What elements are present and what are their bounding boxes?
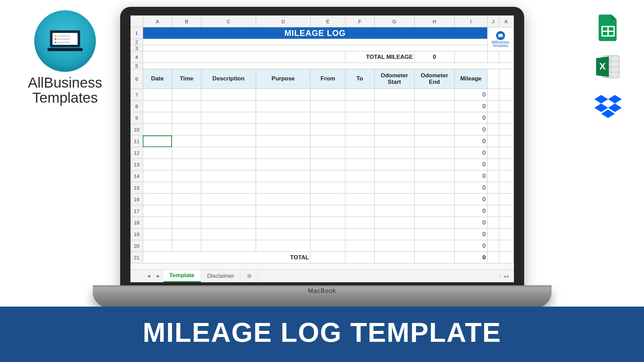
cell[interactable]: [345, 159, 374, 170]
tab-next-icon[interactable]: ▸: [154, 270, 163, 282]
cell[interactable]: [256, 240, 311, 252]
cell[interactable]: [201, 101, 256, 112]
row-header[interactable]: 9: [130, 112, 143, 124]
cell[interactable]: [143, 229, 172, 240]
cell[interactable]: [499, 194, 514, 205]
cell[interactable]: [414, 182, 454, 194]
cell[interactable]: [201, 229, 256, 240]
row-header[interactable]: 20: [130, 240, 143, 252]
cell[interactable]: [499, 124, 514, 135]
cell[interactable]: [414, 229, 454, 240]
cell[interactable]: [345, 229, 374, 240]
mileage-cell[interactable]: 0: [454, 170, 487, 182]
cell[interactable]: [414, 159, 454, 170]
cell[interactable]: [374, 124, 414, 135]
cell[interactable]: [256, 170, 311, 182]
cell[interactable]: [374, 170, 414, 182]
col-header[interactable]: A: [143, 16, 172, 27]
cell[interactable]: [143, 240, 172, 252]
mileage-cell[interactable]: 0: [454, 240, 487, 252]
mileage-cell[interactable]: 0: [454, 217, 487, 229]
cell[interactable]: [487, 205, 499, 217]
cell[interactable]: [414, 112, 454, 124]
cell[interactable]: [311, 101, 345, 112]
cell[interactable]: [143, 147, 172, 159]
cell[interactable]: [256, 112, 311, 124]
hscroll-controls[interactable]: ⋮ ◂ ▸: [493, 270, 514, 282]
cell[interactable]: [487, 135, 499, 147]
th-odo-end[interactable]: Odometer End: [414, 69, 454, 89]
cell[interactable]: [143, 194, 172, 205]
tab-add[interactable]: ⊕: [241, 270, 258, 282]
col-header[interactable]: K: [499, 16, 514, 27]
cell[interactable]: [487, 217, 499, 229]
cell[interactable]: [311, 170, 345, 182]
cell[interactable]: [143, 135, 172, 147]
cell[interactable]: [345, 135, 374, 147]
cell[interactable]: [374, 252, 414, 263]
cell[interactable]: [311, 135, 345, 147]
cell[interactable]: [487, 182, 499, 194]
cell[interactable]: [414, 252, 454, 263]
mileage-cell[interactable]: 0: [454, 101, 487, 112]
mileage-cell[interactable]: 0: [454, 159, 487, 170]
row-header[interactable]: 3: [130, 45, 143, 51]
cell[interactable]: [311, 217, 345, 229]
cell[interactable]: [345, 240, 374, 252]
cell[interactable]: [143, 217, 172, 229]
cell[interactable]: [172, 205, 201, 217]
cell[interactable]: [414, 240, 454, 252]
cell[interactable]: [143, 45, 487, 51]
th-purpose[interactable]: Purpose: [256, 69, 311, 89]
cell[interactable]: [487, 112, 499, 124]
cell[interactable]: [311, 252, 345, 263]
cell[interactable]: [414, 194, 454, 205]
cell[interactable]: [487, 240, 499, 252]
tab-disclaimer[interactable]: Disclaimer: [201, 270, 241, 282]
cell[interactable]: [172, 112, 201, 124]
col-header[interactable]: C: [201, 16, 256, 27]
cell[interactable]: [414, 135, 454, 147]
th-mileage[interactable]: Mileage: [454, 69, 487, 89]
col-header[interactable]: D: [256, 16, 311, 27]
cell[interactable]: [374, 194, 414, 205]
cell[interactable]: [172, 124, 201, 135]
cell[interactable]: [345, 147, 374, 159]
cell[interactable]: [345, 89, 374, 101]
cell[interactable]: [487, 229, 499, 240]
th-to[interactable]: To: [345, 69, 374, 89]
cell[interactable]: [414, 89, 454, 101]
total-value[interactable]: 0: [454, 252, 487, 263]
cell[interactable]: [256, 205, 311, 217]
cell[interactable]: [143, 51, 345, 63]
mileage-cell[interactable]: 0: [454, 194, 487, 205]
cell[interactable]: [414, 217, 454, 229]
cell[interactable]: [374, 101, 414, 112]
cell[interactable]: [414, 124, 454, 135]
cell[interactable]: [143, 63, 514, 69]
cell[interactable]: [201, 170, 256, 182]
tab-prev-icon[interactable]: ◂: [144, 270, 154, 282]
cell[interactable]: [487, 147, 499, 159]
mileage-cell[interactable]: 0: [454, 112, 487, 124]
cell[interactable]: [143, 124, 172, 135]
total-mileage-label[interactable]: TOTAL MILEAGE: [345, 51, 414, 63]
cell[interactable]: [499, 217, 514, 229]
cell[interactable]: [201, 159, 256, 170]
th-from[interactable]: From: [311, 69, 345, 89]
cell[interactable]: [311, 229, 345, 240]
cell[interactable]: [311, 205, 345, 217]
cell[interactable]: [499, 182, 514, 194]
cell[interactable]: [256, 101, 311, 112]
cell[interactable]: [345, 182, 374, 194]
row-header[interactable]: 12: [130, 147, 143, 159]
cell[interactable]: [414, 101, 454, 112]
cell[interactable]: [201, 240, 256, 252]
cell[interactable]: [487, 159, 499, 170]
cell[interactable]: [143, 205, 172, 217]
cell[interactable]: [143, 89, 172, 101]
row-header[interactable]: 4: [130, 51, 143, 63]
cell[interactable]: [345, 101, 374, 112]
cell[interactable]: [201, 147, 256, 159]
cell[interactable]: [499, 89, 514, 101]
